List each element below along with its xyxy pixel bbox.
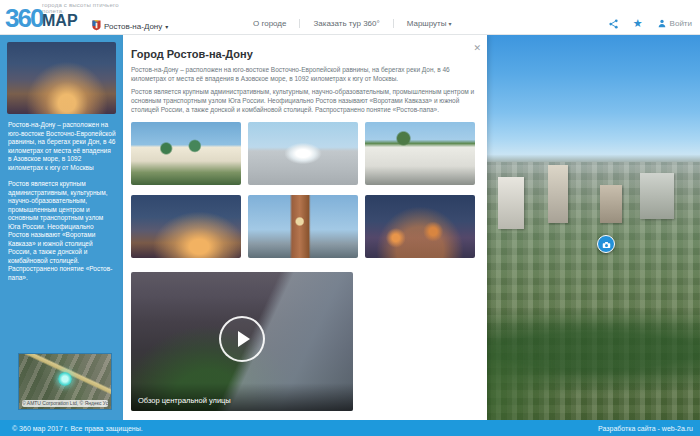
page-title: Город Ростов-на-Дону xyxy=(131,48,253,60)
minimap[interactable]: © AMTU Corporation Ltd, © Яндекс Условия xyxy=(18,353,112,410)
panorama-building xyxy=(498,177,524,229)
video-caption: Обзор центральной улицы xyxy=(138,396,231,405)
gallery-thumbnail-evening-street[interactable] xyxy=(131,195,241,258)
city-selector-label: Ростов-на-Дону xyxy=(104,22,162,31)
camera-icon xyxy=(602,235,611,253)
favorite-star-icon[interactable]: ★ xyxy=(633,18,643,29)
panorama-building xyxy=(548,165,568,223)
play-triangle xyxy=(238,331,250,347)
login-label: Войти xyxy=(670,19,692,28)
sidebar-paragraph-1: Ростов-на-Дону – расположен на юго-восто… xyxy=(8,121,116,172)
city-selector[interactable]: Ростов-на-Дону ▾ xyxy=(92,20,168,33)
city-info-card: ✕ Город Ростов-на-Дону Ростов-на-Дону – … xyxy=(123,35,487,420)
video-caption-bar: Обзор центральной улицы xyxy=(131,383,353,411)
header-actions: ★ Войти xyxy=(608,0,692,35)
gallery-thumbnail-cathedral[interactable] xyxy=(131,122,241,185)
card-paragraph-2: Ростов является крупным административным… xyxy=(131,87,476,114)
gallery-thumbnail-clock-tower[interactable] xyxy=(248,195,358,258)
gallery-thumbnail-fountain[interactable] xyxy=(248,122,358,185)
logo-word: MAP xyxy=(42,12,78,30)
panorama-marker[interactable] xyxy=(597,235,615,253)
play-icon[interactable] xyxy=(219,316,265,362)
minimap-location-marker xyxy=(58,372,72,386)
nav-item-about-city[interactable]: О городе xyxy=(240,19,299,28)
share-icon[interactable] xyxy=(608,18,619,30)
card-paragraph-1: Ростов-на-Дону – расположен на юго-восто… xyxy=(131,65,476,83)
header: 360 MAP города с высоты птичьего полета.… xyxy=(0,0,700,35)
sidebar-city-photo xyxy=(7,42,116,114)
footer-copyright: © 360 мар 2017 г. Все права защищены. xyxy=(12,425,143,432)
close-icon[interactable]: ✕ xyxy=(473,44,481,53)
gallery-thumbnail-city-hall[interactable] xyxy=(365,122,475,185)
nav-item-routes-label: Маршруты xyxy=(407,19,447,28)
photo-gallery xyxy=(131,122,476,258)
user-icon xyxy=(657,15,667,33)
video-thumbnail[interactable]: Обзор центральной улицы xyxy=(131,272,353,411)
minimap-attribution: © AMTU Corporation Ltd, © Яндекс Условия xyxy=(22,400,108,407)
chevron-down-icon: ▾ xyxy=(449,21,452,27)
sidebar: Ростов-на-Дону – расположен на юго-восто… xyxy=(0,35,123,420)
city-coat-of-arms-icon xyxy=(92,20,101,33)
gallery-thumbnail-night-city[interactable] xyxy=(365,195,475,258)
panorama-building xyxy=(600,185,622,223)
footer: © 360 мар 2017 г. Все права защищены. Ра… xyxy=(0,420,700,436)
chevron-down-icon: ▾ xyxy=(165,23,168,30)
panorama-building xyxy=(640,173,674,219)
logo-number: 360 xyxy=(5,4,42,32)
main-nav: О городе Заказать тур 360° Маршруты▾ xyxy=(240,0,465,35)
login-button[interactable]: Войти xyxy=(657,15,692,33)
sidebar-paragraph-2: Ростов является крупным административным… xyxy=(8,180,116,282)
nav-item-routes[interactable]: Маршруты▾ xyxy=(393,19,465,28)
sidebar-description: Ростов-на-Дону – расположен на юго-восто… xyxy=(8,121,116,282)
footer-credit[interactable]: Разработка сайта - web-2a.ru xyxy=(598,425,693,432)
nav-item-order-tour[interactable]: Заказать тур 360° xyxy=(299,19,392,28)
logo-tagline: города с высоты птичьего полета. xyxy=(42,2,134,14)
